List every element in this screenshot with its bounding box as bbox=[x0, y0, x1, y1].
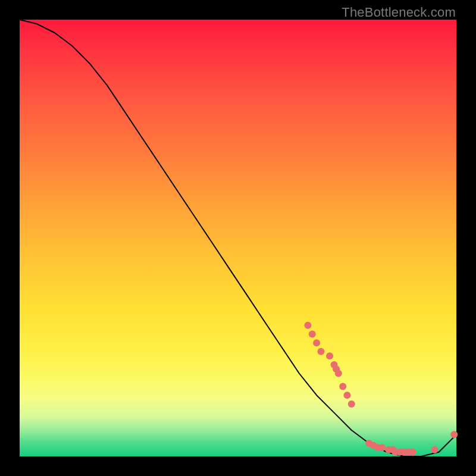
bottleneck-curve-line bbox=[20, 20, 456, 456]
highlight-point bbox=[409, 449, 416, 456]
highlight-point bbox=[339, 383, 346, 390]
chart-container: TheBottleneck.com bbox=[0, 0, 476, 476]
highlight-point bbox=[431, 446, 438, 453]
highlight-point bbox=[450, 431, 458, 438]
chart-svg bbox=[0, 0, 476, 476]
highlight-point bbox=[304, 322, 311, 329]
highlighted-points-group bbox=[304, 322, 458, 456]
highlight-point bbox=[344, 392, 351, 399]
highlight-point bbox=[335, 370, 342, 377]
highlight-point bbox=[309, 331, 316, 338]
highlight-point bbox=[313, 339, 320, 346]
highlight-point bbox=[318, 348, 325, 355]
highlight-point bbox=[378, 444, 386, 451]
highlight-point bbox=[348, 400, 355, 408]
highlight-point bbox=[326, 352, 333, 359]
